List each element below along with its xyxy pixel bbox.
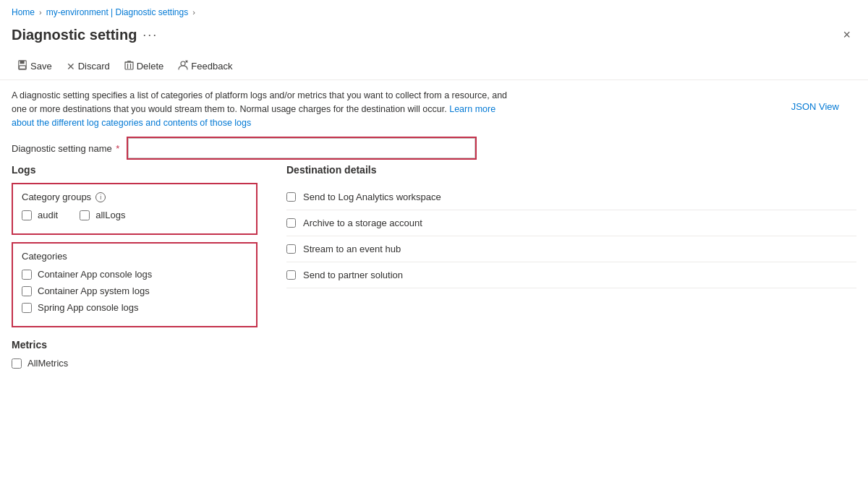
diagnostic-setting-name-label: Diagnostic setting name * [12,143,119,154]
delete-button[interactable]: Delete [119,57,170,75]
audit-checkbox-row: audit [22,210,58,220]
breadcrumb-environment[interactable]: my-environment | Diagnostic settings [46,7,189,17]
logs-section: Logs Category groups i audit [12,164,258,374]
all-metrics-label: AllMetrics [27,358,68,369]
metrics-section-title: Metrics [12,339,258,351]
description: A diagnostic setting specifies a list of… [12,89,518,129]
spring-app-console-logs-row: Spring App console logs [22,302,247,313]
svg-rect-2 [20,66,26,69]
audit-checkbox[interactable] [22,210,32,220]
categories-box: Categories Container App console logs Co… [12,242,258,327]
svg-rect-3 [125,62,133,69]
close-button[interactable]: × [837,25,856,46]
send-log-analytics-checkbox[interactable] [286,192,296,202]
container-app-console-logs-label: Container App console logs [38,269,152,280]
categories-header: Categories [22,251,247,262]
page-header: Diagnostic setting ··· × [0,22,868,53]
svg-rect-1 [20,61,25,64]
archive-storage-label: Archive to a storage account [303,218,422,228]
partner-solution-checkbox[interactable] [286,270,296,280]
allLogs-checkbox-row: allLogs [80,210,125,220]
required-star: * [114,143,120,154]
breadcrumb-home[interactable]: Home [12,7,35,17]
audit-label: audit [38,210,58,220]
svg-point-8 [181,61,185,66]
spring-app-console-logs-checkbox[interactable] [22,303,32,313]
container-app-system-logs-checkbox[interactable] [22,286,32,296]
partner-solution-label: Send to partner solution [303,270,403,280]
discard-label: Discard [78,61,110,72]
allLogs-checkbox[interactable] [80,210,90,220]
stream-event-hub-row: Stream to an event hub [286,236,856,262]
container-app-console-logs-checkbox[interactable] [22,270,32,280]
container-app-console-logs-row: Container App console logs [22,269,247,280]
diagnostic-setting-name-input[interactable] [128,138,475,158]
breadcrumb-sep-2: › [192,8,195,17]
metrics-section: Metrics AllMetrics [12,339,258,369]
content-area: A diagnostic setting specifies a list of… [0,80,868,383]
stream-event-hub-label: Stream to an event hub [303,244,401,254]
logs-section-title: Logs [12,164,258,176]
all-metrics-checkbox[interactable] [12,358,22,369]
breadcrumb-sep-1: › [39,8,42,17]
archive-storage-row: Archive to a storage account [286,210,856,236]
discard-button[interactable]: ✕ Discard [61,58,116,75]
container-app-system-logs-row: Container App system logs [22,285,247,296]
diagnostic-setting-name-row: Diagnostic setting name * [12,138,856,158]
allLogs-label: allLogs [95,210,125,220]
destination-details-title: Destination details [286,164,856,176]
partner-solution-row: Send to partner solution [286,262,856,288]
delete-label: Delete [137,61,164,72]
breadcrumb: Home › my-environment | Diagnostic setti… [0,0,868,22]
categories-label: Categories [22,251,67,262]
container-app-system-logs-label: Container App system logs [38,285,150,296]
category-groups-label: Category groups [22,192,91,202]
all-metrics-row: AllMetrics [12,358,258,369]
save-icon [17,60,27,72]
page-title: Diagnostic setting [12,27,137,43]
stream-event-hub-checkbox[interactable] [286,244,296,254]
json-view-link[interactable]: JSON View [791,101,839,112]
send-log-analytics-label: Send to Log Analytics workspace [303,192,441,202]
save-label: Save [30,61,52,72]
category-groups-checkboxes: audit allLogs [22,210,247,226]
spring-app-console-logs-label: Spring App console logs [38,302,138,313]
category-groups-header: Category groups i [22,192,247,202]
discard-icon: ✕ [67,61,75,72]
description-text: A diagnostic setting specifies a list of… [12,90,507,114]
send-log-analytics-row: Send to Log Analytics workspace [286,184,856,210]
two-column-layout: Logs Category groups i audit [12,164,856,374]
feedback-button[interactable]: Feedback [172,57,238,75]
toolbar: Save ✕ Discard Delete [0,53,868,80]
destination-details-section: Destination details Send to Log Analytic… [286,164,856,374]
archive-storage-checkbox[interactable] [286,218,296,228]
category-groups-info-icon[interactable]: i [95,192,106,202]
page-options-dots[interactable]: ··· [142,27,158,43]
category-groups-box: Category groups i audit allLogs [12,183,258,235]
feedback-icon [178,60,188,72]
delete-icon [124,60,134,72]
feedback-label: Feedback [191,61,232,72]
save-button[interactable]: Save [12,57,58,75]
